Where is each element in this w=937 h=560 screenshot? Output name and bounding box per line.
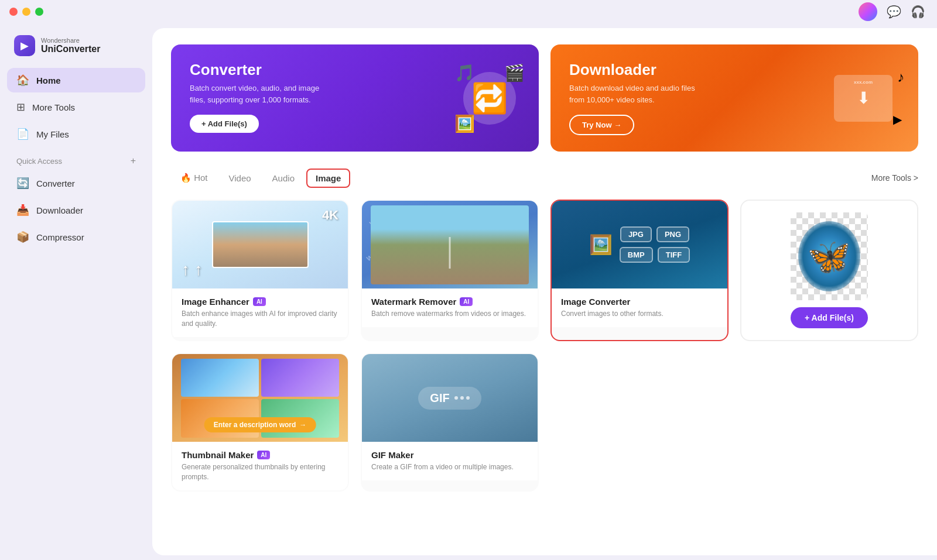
tool-card-image-converter[interactable]: 🖼️ JPG PNG BMP TIFF [550, 200, 729, 341]
more-tools-icon: ⊞ [16, 101, 25, 114]
titlebar: 💬 🎧 [0, 0, 937, 23]
main-content: Converter Batch convert video, audio, an… [152, 28, 937, 555]
mountain-image [212, 221, 309, 268]
logo-area: ▶ Wondershare UniConverter [7, 30, 145, 66]
image-enhancer-desc: Batch enhance images with AI for improve… [182, 309, 338, 329]
converter-badges: JPG PNG BMP TIFF [620, 226, 690, 263]
tool-card-gif-maker[interactable]: GIF GIF Maker Create a GIF from [361, 353, 539, 492]
thumb-grid-cell-1 [181, 359, 259, 397]
home-icon: 🏠 [16, 74, 29, 87]
road-image [371, 205, 529, 284]
sidebar-item-more-tools[interactable]: ⊞ More Tools [7, 95, 145, 119]
butterfly-image: 🦋 [798, 221, 860, 291]
converter-banner[interactable]: Converter Batch convert video, audio, an… [171, 44, 539, 152]
video-icon: 🎬 [504, 63, 525, 83]
window-controls[interactable] [9, 8, 43, 16]
add-card-content: 🦋 + Add File(s) [779, 201, 880, 340]
converter-add-files-button[interactable]: + Add File(s) [190, 115, 259, 133]
tab-audio[interactable]: Audio [263, 169, 304, 188]
sidebar-item-converter-label: Converter [36, 178, 75, 188]
titlebar-right: 💬 🎧 [859, 2, 925, 21]
quick-access-add-button[interactable]: + [131, 156, 136, 166]
image-converter-desc: Convert images to other formats. [561, 309, 718, 319]
download-arrow-icon: ⬇ [857, 88, 870, 108]
tab-hot[interactable]: 🔥 Hot [171, 168, 217, 188]
watermark-remover-name: Watermark Remover AI [371, 297, 528, 307]
image-icon: 🖼️ [454, 114, 475, 133]
chat-icon[interactable]: 💬 [887, 5, 901, 19]
downloader-illustration: xxx.com ⬇ ♪ ▶ [822, 63, 904, 133]
headset-icon[interactable]: 🎧 [911, 5, 925, 19]
arrow-up-icon: ↑ [182, 260, 190, 279]
tool-card-add-files[interactable]: 🦋 + Add File(s) [740, 200, 918, 341]
maximize-button[interactable] [35, 8, 43, 16]
my-files-icon: 📄 [16, 128, 29, 140]
watermark-remover-info: Watermark Remover AI Batch remove waterm… [362, 288, 538, 327]
sidebar-item-converter[interactable]: 🔄 Converter [7, 171, 145, 195]
enter-description-button[interactable]: Enter a description word → [204, 417, 316, 432]
tools-tabs: 🔥 Hot Video Audio Image More Tools > [171, 168, 918, 188]
image-converter-info: Image Converter Convert images to other … [552, 288, 727, 327]
logo-icon: ▶ [14, 35, 35, 56]
logo-name: UniConverter [41, 44, 100, 54]
compressor-icon: 📦 [16, 231, 29, 243]
app-layout: ▶ Wondershare UniConverter 🏠 Home ⊞ More… [0, 23, 937, 560]
watermark-remover-desc: Batch remove watermarks from videos or i… [371, 309, 528, 319]
converter-thumb-icon: 🖼️ [589, 233, 613, 256]
sidebar-item-home[interactable]: 🏠 Home [7, 68, 145, 92]
downloader-try-now-button[interactable]: Try Now → [569, 115, 634, 135]
avatar[interactable] [859, 2, 877, 21]
sidebar-item-more-tools-label: More Tools [32, 102, 75, 112]
gif-loading-dots [454, 396, 470, 400]
downloader-banner[interactable]: Downloader Batch download video and audi… [550, 44, 918, 152]
browser-box: xxx.com ⬇ ♪ ▶ [834, 75, 892, 122]
thumbnail-maker-info: Thumbnail Maker AI Generate personalized… [172, 442, 348, 490]
tool-card-watermark-remover[interactable]: Watermark Watermark Watermark Watermark … [361, 200, 539, 341]
png-badge: PNG [656, 226, 689, 242]
image-enhancer-thumbnail: 4K ↑ ↑ [172, 201, 348, 288]
ai-badge-thumbnail: AI [257, 451, 270, 459]
sidebar-item-my-files[interactable]: 📄 My Files [7, 122, 145, 146]
close-button[interactable] [9, 8, 18, 16]
sidebar-item-downloader-label: Downloader [36, 205, 83, 215]
sidebar-item-downloader[interactable]: 📥 Downloader [7, 198, 145, 222]
jpg-badge: JPG [620, 226, 652, 242]
tab-image[interactable]: Image [306, 169, 350, 188]
sidebar-item-my-files-label: My Files [36, 129, 69, 139]
downloader-banner-desc: Batch download video and audio files fro… [569, 83, 710, 105]
music-icon: 🎵 [454, 63, 475, 83]
image-enhancer-name: Image Enhancer AI [182, 297, 338, 307]
logo-brand: Wondershare [41, 37, 100, 44]
banners-section: Converter Batch convert video, audio, an… [171, 44, 918, 152]
gif-maker-name: GIF Maker [371, 450, 528, 460]
tool-card-image-enhancer[interactable]: 4K ↑ ↑ Image Enhancer AI Batch enhanc [171, 200, 349, 341]
thumb-grid-cell-2 [261, 359, 339, 397]
tools-grid: 4K ↑ ↑ Image Enhancer AI Batch enhanc [171, 200, 918, 492]
thumbnail-maker-desc: Generate personalized thumbnails by ente… [182, 462, 338, 482]
enhancer-arrows: ↑ ↑ [182, 260, 203, 279]
sidebar-item-compressor[interactable]: 📦 Compressor [7, 225, 145, 249]
tools-section: 🔥 Hot Video Audio Image More Tools > 4K … [171, 168, 918, 492]
watermark-remover-thumbnail: Watermark Watermark Watermark Watermark [362, 201, 538, 288]
enter-description-text: Enter a description word [214, 421, 296, 429]
sidebar-item-home-label: Home [36, 75, 61, 85]
minimize-button[interactable] [22, 8, 30, 16]
ai-badge-watermark: AI [460, 297, 473, 306]
image-converter-name: Image Converter [561, 297, 718, 307]
tool-card-thumbnail-maker[interactable]: Enter a description word → Thumbnail Mak… [171, 353, 349, 492]
tiktok-icon: ♪ [897, 69, 904, 85]
add-files-button[interactable]: + Add File(s) [791, 307, 868, 328]
gif-badge: GIF [418, 387, 481, 410]
sidebar-item-compressor-label: Compressor [36, 232, 84, 242]
enter-arrow-icon: → [299, 421, 306, 429]
thumbnail-maker-thumbnail: Enter a description word → [172, 354, 348, 442]
quick-access-section: Quick Access + [7, 149, 145, 169]
converter-banner-desc: Batch convert video, audio, and image fi… [190, 83, 330, 105]
gif-maker-info: GIF Maker Create a GIF from a video or m… [362, 442, 538, 480]
tab-video[interactable]: Video [220, 169, 261, 188]
thumbnail-maker-name: Thumbnail Maker AI [182, 450, 338, 460]
youtube-icon: ▶ [893, 112, 902, 126]
converter-icon: 🔄 [16, 177, 29, 190]
more-tools-link[interactable]: More Tools > [871, 173, 918, 183]
logo-text: Wondershare UniConverter [41, 37, 100, 54]
